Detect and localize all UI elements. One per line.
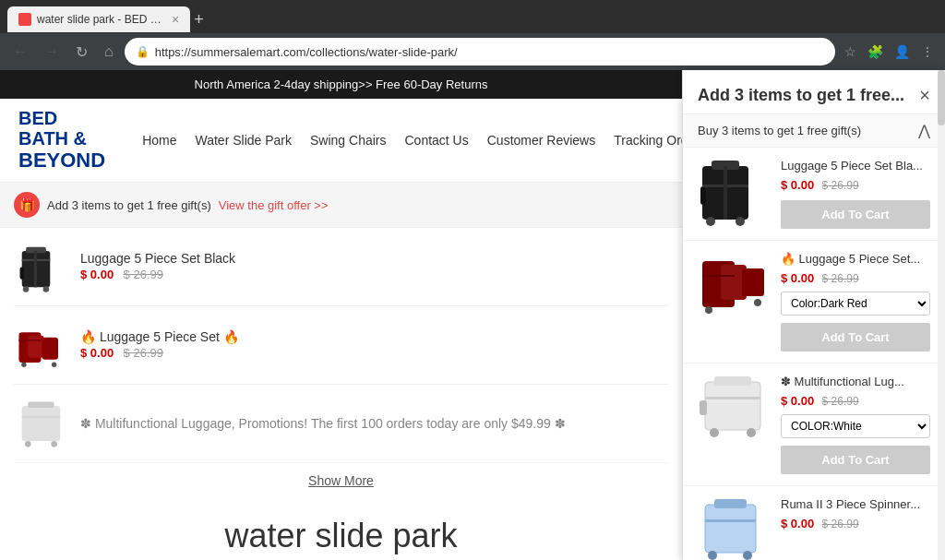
cart-item-name: Ruma II 3 Piece Spinner...: [781, 497, 930, 511]
cart-item-name: 🔥 Luggage 5 Piece Set...: [781, 252, 930, 266]
add-to-cart-button[interactable]: Add To Cart: [781, 323, 930, 351]
url-text: https://summersalemart.com/collections/w…: [155, 45, 458, 59]
gift-link[interactable]: View the gift offer >>: [219, 198, 329, 212]
cart-title: Add 3 items to get 1 free...: [698, 86, 904, 105]
cart-item-price-new: $ 0.00: [781, 517, 814, 530]
product-info: Luggage 5 Piece Set Black $ 0.00 $ 26.99: [80, 251, 668, 282]
svg-point-4: [43, 286, 50, 292]
cart-item-image: [698, 252, 772, 321]
lock-icon: 🔒: [136, 45, 150, 58]
cart-close-button[interactable]: ×: [919, 85, 930, 106]
extensions-button[interactable]: 🧩: [864, 41, 887, 63]
forward-button[interactable]: →: [39, 40, 65, 64]
cart-item: Luggage 5 Piece Set Bla... $ 0.00 $ 26.9…: [683, 148, 945, 241]
product-name: ✽ Multifunctional Luggage, Promotions! T…: [80, 416, 668, 431]
product-thumbnail: [14, 396, 69, 451]
svg-point-11: [52, 363, 56, 367]
logo-line1: BED BATH &: [18, 108, 105, 149]
svg-rect-6: [34, 251, 37, 287]
cart-item-price-old: $ 26.99: [822, 518, 859, 530]
svg-point-29: [754, 299, 761, 306]
tab-favicon: [18, 13, 31, 26]
cart-promo-text: Buy 3 items to get 1 free gift(s): [698, 124, 861, 137]
svg-point-41: [743, 551, 752, 560]
cart-item-row: 🔥 Luggage 5 Piece Set... $ 0.00 $ 26.99 …: [698, 252, 930, 351]
cart-item: ✽ Multifunctional Lug... $ 0.00 $ 26.99 …: [683, 363, 945, 486]
svg-point-3: [23, 286, 30, 292]
product-item: Luggage 5 Piece Set Black $ 0.00 $ 26.99: [14, 228, 668, 306]
active-tab[interactable]: water slide park - BED BATH &... ×: [7, 6, 190, 32]
chevron-up-icon: ⋀: [918, 122, 930, 139]
svg-rect-2: [20, 268, 24, 280]
cart-item-name: Luggage 5 Piece Set Bla...: [781, 159, 930, 173]
cart-item-image: [698, 375, 772, 444]
nav-actions: ☆ 🧩 👤 ⋮: [841, 41, 938, 63]
cart-promo-row[interactable]: Buy 3 items to get 1 free gift(s) ⋀: [683, 114, 945, 148]
cart-header: Add 3 items to get 1 free... ×: [683, 70, 945, 114]
show-more-link[interactable]: Show More: [308, 473, 374, 488]
new-tab-button[interactable]: +: [194, 10, 204, 30]
svg-rect-30: [702, 275, 735, 277]
svg-point-17: [51, 441, 57, 447]
show-more-section: Show More: [0, 463, 682, 498]
color-select[interactable]: COLOR:White COLOR:Black COLOR:Blue: [781, 414, 930, 438]
site-header: BED BATH & BEYOND Home Water Slide Park …: [0, 99, 682, 183]
cart-item-price-new: $ 0.00: [781, 178, 814, 192]
svg-rect-32: [714, 376, 751, 386]
add-to-cart-button[interactable]: Add To Cart: [781, 446, 930, 474]
profile-button[interactable]: 👤: [891, 41, 914, 63]
nav-home[interactable]: Home: [142, 133, 176, 148]
cart-item-details: Luggage 5 Piece Set Bla... $ 0.00 $ 26.9…: [781, 159, 930, 229]
nav-swing-chairs[interactable]: Swing Chairs: [310, 133, 386, 148]
menu-button[interactable]: ⋮: [917, 41, 938, 63]
svg-rect-33: [705, 397, 760, 399]
tab-close-button[interactable]: ×: [172, 12, 179, 27]
cart-item-details: 🔥 Luggage 5 Piece Set... $ 0.00 $ 26.99 …: [781, 252, 930, 351]
refresh-button[interactable]: ↻: [70, 40, 93, 65]
nav-tracking-order[interactable]: Tracking Order: [614, 133, 682, 148]
cart-overlay-panel: Add 3 items to get 1 free... × Buy 3 ite…: [682, 70, 945, 560]
gift-icon: 🎁: [14, 192, 40, 218]
cart-item-price-new: $ 0.00: [781, 394, 814, 408]
home-button[interactable]: ⌂: [99, 40, 119, 64]
back-button[interactable]: ←: [7, 40, 33, 64]
cart-item: 🔥 Luggage 5 Piece Set... $ 0.00 $ 26.99 …: [683, 241, 945, 363]
announcement-text: North America 2-4day shipping>> Free 60-…: [195, 77, 488, 91]
product-thumbnail: [14, 239, 69, 294]
svg-rect-13: [22, 406, 60, 441]
product-item: 🔥 Luggage 5 Piece Set 🔥 $ 0.00 $ 26.99: [14, 306, 668, 385]
tab-bar: water slide park - BED BATH &... × +: [0, 0, 945, 33]
cart-item-price-old: $ 26.99: [822, 179, 859, 192]
site-navigation: Home Water Slide Park Swing Chairs Conta…: [142, 133, 682, 148]
nav-water-slide-park[interactable]: Water Slide Park: [195, 133, 292, 148]
svg-rect-20: [700, 186, 706, 205]
scrollbar-track[interactable]: [938, 70, 945, 560]
address-bar[interactable]: 🔒 https://summersalemart.com/collections…: [125, 38, 835, 66]
scrollbar-thumb[interactable]: [938, 70, 945, 125]
page-wrapper: North America 2-4day shipping>> Free 60-…: [0, 70, 945, 560]
cart-item-name: ✽ Multifunctional Lug...: [781, 375, 930, 388]
svg-rect-15: [22, 416, 60, 418]
product-name: Luggage 5 Piece Set Black: [80, 251, 668, 266]
main-content: North America 2-4day shipping>> Free 60-…: [0, 70, 682, 560]
svg-point-10: [21, 363, 26, 367]
product-price-new: $ 0.00: [80, 268, 114, 281]
cart-item-details: Ruma II 3 Piece Spinner... $ 0.00 $ 26.9…: [781, 497, 930, 531]
svg-rect-12: [18, 340, 41, 341]
svg-rect-27: [742, 268, 764, 296]
svg-rect-24: [724, 166, 727, 220]
product-price-old: $ 26.99: [124, 346, 163, 360]
site-logo[interactable]: BED BATH & BEYOND: [18, 108, 105, 173]
add-to-cart-button[interactable]: Add To Cart: [781, 200, 930, 229]
svg-rect-14: [28, 402, 54, 409]
logo-line2: BEYOND: [18, 149, 105, 173]
bookmark-button[interactable]: ☆: [841, 41, 860, 63]
color-select[interactable]: Color:Dark Red Color:Black Color:Blue: [781, 292, 930, 316]
svg-point-28: [705, 306, 712, 314]
cart-item-price-old: $ 26.99: [822, 272, 859, 285]
nav-customer-reviews[interactable]: Customer Reviews: [487, 133, 595, 148]
product-name: 🔥 Luggage 5 Piece Set 🔥: [80, 329, 668, 344]
nav-contact-us[interactable]: Contact Us: [404, 133, 468, 148]
svg-point-21: [706, 217, 715, 226]
product-info: ✽ Multifunctional Luggage, Promotions! T…: [80, 416, 668, 431]
